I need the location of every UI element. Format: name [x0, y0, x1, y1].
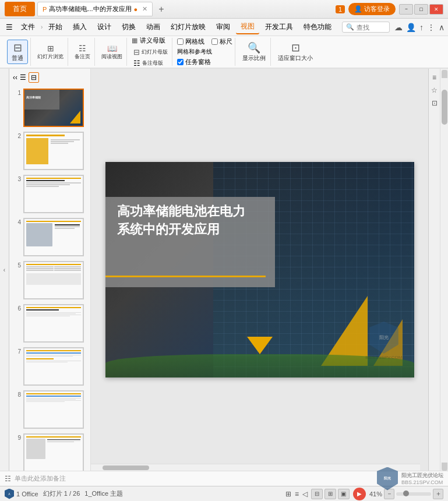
h-scroll-thumb[interactable] — [103, 465, 149, 470]
slide-thumb-5[interactable]: 5 — [12, 260, 88, 301]
slide-num-9: 9 — [13, 435, 21, 441]
more-icon[interactable]: ⋮ — [427, 23, 435, 32]
play-button[interactable]: ▶ — [353, 488, 366, 500]
search-box[interactable]: 🔍 — [342, 22, 390, 33]
slide-browse-button[interactable]: ⊞ 幻灯片浏览 — [36, 43, 65, 61]
menu-item-insert[interactable]: 插入 — [68, 20, 91, 34]
status-normal-btn[interactable]: ⊟ — [311, 489, 323, 499]
slide-thumb-1[interactable]: 1 高功率储能 — [12, 87, 88, 128]
menu-item-design[interactable]: 设计 — [93, 20, 116, 34]
nav-icon-2[interactable]: ≡ — [295, 490, 299, 498]
taskpane-label: 任务窗格 — [185, 58, 211, 66]
close-button[interactable]: ✕ — [429, 4, 443, 15]
status-read-btn[interactable]: ▣ — [338, 489, 350, 499]
menu-item-start[interactable]: 开始 — [44, 20, 67, 34]
maximize-button[interactable]: □ — [414, 4, 428, 15]
notes-master-button[interactable]: ☷ 备注母版 — [132, 58, 165, 68]
slide-thumb-2[interactable]: 2 — [12, 130, 88, 171]
share-icon[interactable]: ↑ — [419, 23, 424, 32]
toolbar-master-group: ▦ 讲义母版 ⊟ 幻灯片母版 ☷ 备注母版 — [129, 38, 172, 66]
ruler-input[interactable] — [211, 38, 218, 45]
slide-yellow-line — [105, 276, 266, 277]
menu-item-switch[interactable]: 切换 — [117, 20, 140, 34]
visit-login-button[interactable]: 👤 访客登录 — [348, 3, 396, 15]
slide-preview-9 — [23, 433, 84, 471]
slide-master-button[interactable]: ⊟ 幻灯片母版 — [132, 47, 170, 57]
nav-icon-1[interactable]: ⊞ — [285, 490, 291, 498]
minimize-button[interactable]: － — [399, 4, 413, 15]
slide-thumb-7[interactable]: 7 — [12, 346, 88, 387]
slide-thumb-4[interactable]: 4 — [12, 217, 88, 257]
menu-item-animation[interactable]: 动画 — [142, 20, 165, 34]
panel-list-icon[interactable]: ☰ — [20, 73, 26, 82]
menu-item-special[interactable]: 特色功能 — [299, 20, 336, 34]
right-panel-icon-3[interactable]: ⊡ — [432, 99, 438, 107]
zoom-button[interactable]: 🔍 显示比例 — [240, 40, 268, 63]
scroll-up-btn[interactable] — [442, 70, 447, 78]
notes-page-button[interactable]: ☷ 备注页 — [73, 43, 92, 61]
slide-browse-icon: ⊞ — [47, 44, 54, 53]
ruler-checkbox[interactable]: 标尺 — [211, 37, 232, 46]
doc-tab[interactable]: P 高功率储能电...中的开发应用 ● ✕ — [37, 2, 153, 16]
right-panel: ≡ ☆ ⊡ — [428, 69, 440, 471]
cloud-icon[interactable]: ☁ — [394, 23, 403, 32]
menu-item-slideshow[interactable]: 幻灯片放映 — [166, 20, 210, 34]
right-panel-icon-1[interactable]: ≡ — [432, 73, 436, 82]
slide-thumb-9[interactable]: 9 — [12, 432, 88, 471]
arrow-left-icon[interactable]: ◁ — [302, 490, 308, 498]
search-input[interactable] — [357, 24, 386, 31]
toolbar-reading-group: 📖 阅读视图 — [97, 38, 127, 66]
main-slide-area[interactable]: 高功率储能电池在电力系统中的开发应用 阳光 — [91, 69, 428, 471]
toolbar: ⊟ 普通 ⊞ 幻灯片浏览 ☷ 备注页 📖 阅读视图 ▦ 讲义母版 ⊟ — [0, 36, 448, 69]
panel-toggle-left[interactable]: ‹ — [0, 69, 9, 471]
home-tab[interactable]: 首页 — [5, 2, 35, 16]
toolbar-notes-group: ☷ 备注页 — [70, 38, 95, 66]
taskpane-checkbox[interactable]: 任务窗格 — [177, 58, 211, 66]
normal-view-button[interactable]: ⊟ 普通 — [7, 40, 28, 64]
right-panel-icon-2[interactable]: ☆ — [431, 86, 438, 94]
menu-item-file[interactable]: 文件 — [16, 20, 40, 34]
normal-icon: ⊟ — [13, 41, 22, 54]
status-left: A 1 Office 幻灯片 1 / 26 1_Office 主题 — [5, 489, 123, 499]
slide-thumb-3[interactable]: 3 — [12, 174, 88, 214]
menu-item-view[interactable]: 视图 — [236, 20, 259, 34]
notes-placeholder[interactable]: 单击此处添加备注 — [15, 474, 66, 483]
reading-view-button[interactable]: 📖 阅读视图 — [100, 43, 124, 61]
scroll-thumb[interactable] — [442, 90, 447, 125]
collapse-icon[interactable]: ∧ — [439, 23, 445, 32]
panel-collapse-btn[interactable]: ‹‹ — [13, 73, 17, 82]
gridref-checkbox[interactable]: 网格和参考线 — [177, 48, 212, 56]
gridlines-checkbox[interactable]: 网格线 — [177, 37, 204, 46]
menu-item-review[interactable]: 审阅 — [211, 20, 235, 34]
new-tab-button[interactable]: + — [155, 3, 167, 16]
taskpane-input[interactable] — [177, 59, 184, 65]
toolbar-normal-group: ⊟ 普通 — [5, 38, 31, 66]
slide-master-icon: ⊟ — [133, 48, 140, 57]
tab-bar: 首页 P 高功率储能电...中的开发应用 ● ✕ + — [5, 2, 333, 16]
panel-thumb-icon[interactable]: ⊟ — [29, 72, 39, 83]
vertical-scrollbar[interactable] — [440, 69, 448, 471]
slide-thumb-6[interactable]: 6 — [12, 303, 88, 344]
handout-master-label[interactable]: 讲义母版 — [140, 36, 165, 45]
slide-preview-8 — [23, 390, 84, 429]
zoom-slider[interactable] — [396, 492, 431, 496]
slide-canvas[interactable]: 高功率储能电池在电力系统中的开发应用 阳光 — [105, 162, 414, 377]
watermark-shield-icon: 阳光 — [369, 322, 398, 354]
gridlines-input[interactable] — [177, 38, 184, 45]
tab-close-btn[interactable]: ✕ — [142, 5, 147, 13]
status-grid-btn[interactable]: ⊞ — [324, 489, 336, 499]
slide-preview-1: 高功率储能 — [23, 89, 84, 127]
menu-item-devtools[interactable]: 开发工具 — [260, 20, 298, 34]
doc-tab-icon: P — [43, 6, 47, 13]
horizontal-scrollbar[interactable] — [91, 464, 420, 471]
search-icon: 🔍 — [346, 23, 354, 31]
slide-title: 高功率储能电池在电力系统中的开发应用 — [117, 203, 269, 239]
slide-num-3: 3 — [13, 176, 21, 182]
menu-toggle-icon[interactable]: ☰ — [3, 22, 15, 33]
zoom-slider-thumb[interactable] — [403, 491, 409, 496]
office-badge-area: A 1 Office — [5, 489, 38, 499]
fit-window-button[interactable]: ⊡ 适应窗口大小 — [276, 40, 315, 63]
user-icon[interactable]: 👤 — [406, 23, 416, 32]
slide-thumb-8[interactable]: 8 — [12, 389, 88, 430]
slide-num-1: 1 — [13, 90, 21, 96]
